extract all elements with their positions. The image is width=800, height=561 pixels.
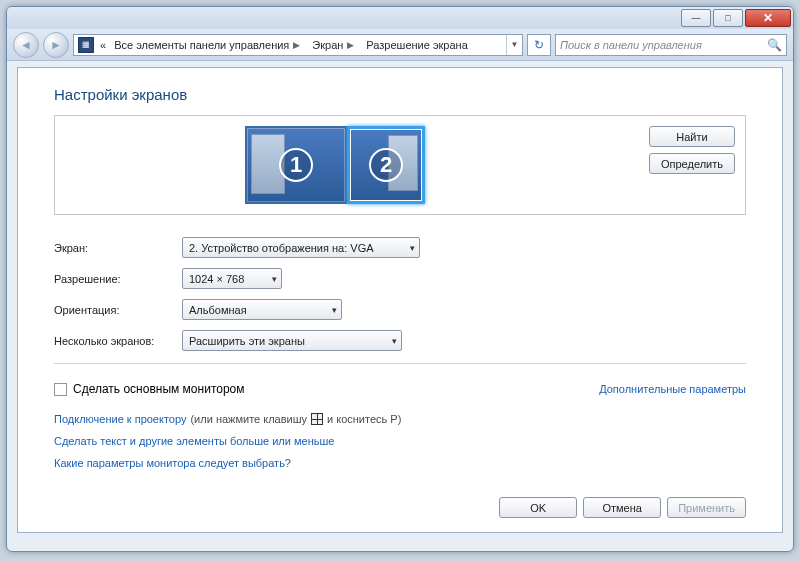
identify-button[interactable]: Определить — [649, 153, 735, 174]
resolution-label: Разрешение: — [54, 273, 182, 285]
forward-button[interactable]: ► — [43, 32, 69, 58]
monitor-number: 2 — [369, 148, 403, 182]
orientation-label: Ориентация: — [54, 304, 182, 316]
back-button[interactable]: ◄ — [13, 32, 39, 58]
breadcrumb-item[interactable]: Разрешение экрана — [360, 35, 473, 55]
projector-hint-1: (или нажмите клавишу — [190, 408, 307, 430]
primary-monitor-row: Сделать основным монитором Дополнительны… — [54, 382, 746, 396]
addr-prefix: « — [98, 39, 108, 51]
resolution-select[interactable]: 1024 × 768 — [182, 268, 282, 289]
content-area: Настройки экранов 1 2 Найти Определить Э… — [17, 67, 783, 533]
help-links: Подключение к проектору (или нажмите кла… — [54, 408, 746, 474]
search-icon: 🔍 — [767, 38, 782, 52]
page-title: Настройки экранов — [54, 86, 746, 103]
monitors-preview[interactable]: 1 2 — [55, 116, 615, 214]
titlebar: — □ ✕ — [7, 7, 793, 29]
primary-monitor-label: Сделать основным монитором — [73, 382, 245, 396]
close-button[interactable]: ✕ — [745, 9, 791, 27]
window-frame: — □ ✕ ◄ ► ▦ « Все элементы панели управл… — [6, 6, 794, 552]
orientation-select[interactable]: Альбомная — [182, 299, 342, 320]
ok-button[interactable]: OK — [499, 497, 577, 518]
address-bar[interactable]: ▦ « Все элементы панели управления▶ Экра… — [73, 34, 523, 56]
maximize-button[interactable]: □ — [713, 9, 743, 27]
primary-monitor-checkbox[interactable] — [54, 383, 67, 396]
minimize-button[interactable]: — — [681, 9, 711, 27]
search-input[interactable]: Поиск в панели управления 🔍 — [555, 34, 787, 56]
apply-button[interactable]: Применить — [667, 497, 746, 518]
settings-form: Экран: 2. Устройство отображения на: VGA… — [54, 237, 746, 351]
close-icon: ✕ — [763, 11, 773, 25]
which-settings-link[interactable]: Какие параметры монитора следует выбрать… — [54, 452, 291, 474]
back-icon: ◄ — [20, 38, 32, 52]
projector-hint-2: и коснитесь P) — [327, 408, 401, 430]
refresh-button[interactable]: ↻ — [527, 34, 551, 56]
cancel-button[interactable]: Отмена — [583, 497, 661, 518]
find-button[interactable]: Найти — [649, 126, 735, 147]
monitor-2[interactable]: 2 — [347, 126, 425, 204]
monitor-number: 1 — [279, 148, 313, 182]
search-placeholder: Поиск в панели управления — [560, 39, 702, 51]
text-size-link[interactable]: Сделать текст и другие элементы больше и… — [54, 430, 334, 452]
navbar: ◄ ► ▦ « Все элементы панели управления▶ … — [7, 29, 793, 61]
multi-display-select[interactable]: Расширить эти экраны — [182, 330, 402, 351]
chevron-right-icon: ▶ — [347, 40, 354, 50]
projector-link[interactable]: Подключение к проектору — [54, 408, 186, 430]
divider — [54, 363, 746, 364]
breadcrumb-item[interactable]: Все элементы панели управления▶ — [108, 35, 306, 55]
forward-icon: ► — [50, 38, 62, 52]
refresh-icon: ↻ — [534, 38, 544, 52]
breadcrumb-item[interactable]: Экран▶ — [306, 35, 360, 55]
chevron-right-icon: ▶ — [293, 40, 300, 50]
windows-key-icon — [311, 413, 323, 425]
preview-buttons: Найти Определить — [615, 116, 745, 214]
display-label: Экран: — [54, 242, 182, 254]
address-dropdown[interactable]: ▼ — [506, 35, 522, 55]
control-panel-icon: ▦ — [78, 37, 94, 53]
display-select[interactable]: 2. Устройство отображения на: VGA — [182, 237, 420, 258]
dialog-buttons: OK Отмена Применить — [499, 497, 746, 518]
maximize-icon: □ — [725, 13, 730, 23]
minimize-icon: — — [692, 13, 701, 23]
multi-display-label: Несколько экранов: — [54, 335, 182, 347]
advanced-settings-link[interactable]: Дополнительные параметры — [599, 383, 746, 395]
monitor-1[interactable]: 1 — [245, 126, 347, 204]
display-preview-panel: 1 2 Найти Определить — [54, 115, 746, 215]
